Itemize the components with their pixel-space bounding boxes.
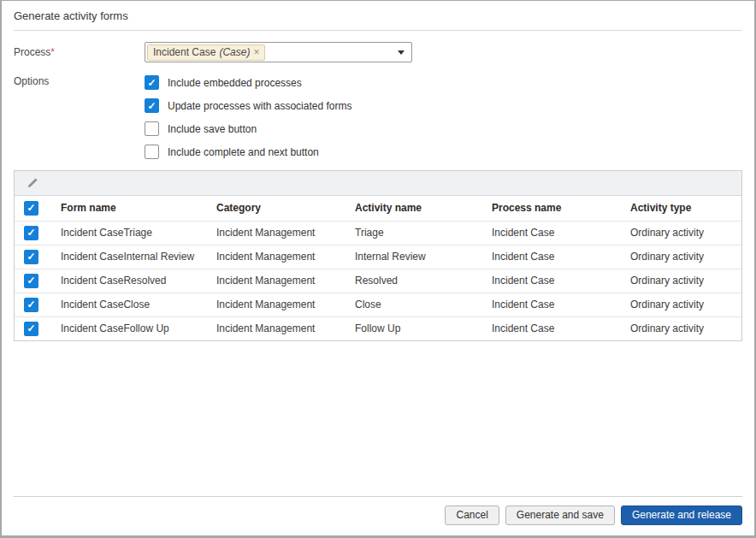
row-checkbox[interactable]: ✓ [24,250,38,264]
tag-name: Incident Case [153,46,216,58]
process-selected-tag: Incident Case (Case) × [147,44,265,61]
option-update-processes: ✓ Update processes with associated forms [145,94,351,117]
footer: Cancel Generate and save Generate and re… [2,496,754,535]
option-label: Include complete and next button [168,146,319,158]
cell-form-name: Incident CaseResolved [54,269,210,293]
form-area: Process* Incident Case (Case) × Options … [2,42,754,163]
table-row: ✓ Incident CaseResolved Incident Managem… [15,269,741,293]
row-checkbox[interactable]: ✓ [24,298,38,312]
footer-buttons: Cancel Generate and save Generate and re… [2,497,754,535]
checkmark-icon: ✓ [147,78,156,88]
process-label: Process* [14,42,145,58]
table-toolbar [15,171,741,196]
row-checkbox[interactable]: ✓ [24,226,38,240]
cell-activity-name: Close [348,293,485,316]
process-combobox[interactable]: Incident Case (Case) × [145,42,412,62]
cell-category: Incident Management [210,245,348,269]
select-all-cell: ✓ [15,196,54,221]
tag-type: (Case) [219,46,250,58]
checkmark-icon: ✓ [27,275,35,286]
cell-category: Incident Management [210,221,348,245]
checkmark-icon: ✓ [27,203,35,213]
table-row: ✓ Incident CaseTriage Incident Managemen… [15,221,741,245]
option-label: Include save button [168,123,257,135]
cell-form-name: Incident CaseFollow Up [54,316,210,340]
edit-pencil-icon[interactable] [26,176,39,190]
column-header-form-name: Form name [54,196,210,221]
generate-activity-forms-dialog: Generate activity forms Process* Inciden… [0,0,756,538]
generate-and-release-button[interactable]: Generate and release [621,505,742,525]
table-row: ✓ Incident CaseClose Incident Management… [15,293,741,316]
remove-tag-icon[interactable]: × [253,47,259,57]
options-checkbox-list: ✓ Include embedded processes ✓ Update pr… [145,71,351,163]
cell-activity-type: Ordinary activity [623,293,741,316]
process-field-row: Process* Incident Case (Case) × [14,42,754,62]
row-checkbox-cell: ✓ [15,269,54,293]
row-checkbox-cell: ✓ [15,316,54,340]
cell-activity-type: Ordinary activity [623,221,741,245]
cancel-button[interactable]: Cancel [445,505,499,525]
checkmark-icon: ✓ [147,101,156,111]
checkbox-update-processes[interactable]: ✓ [145,98,159,113]
cell-activity-type: Ordinary activity [623,245,741,269]
process-label-text: Process [14,46,50,58]
table-header-row: ✓ Form name Category Activity name Proce… [15,196,741,221]
cell-activity-name: Follow Up [348,316,485,340]
option-include-save: ✓ Include save button [145,117,351,140]
cell-process-name: Incident Case [485,221,623,245]
select-all-checkbox[interactable]: ✓ [24,201,38,216]
cell-activity-type: Ordinary activity [623,316,741,340]
option-label: Update processes with associated forms [168,100,351,112]
checkmark-icon: ✓ [27,323,35,334]
checkmark-icon: ✓ [27,228,35,238]
cell-category: Incident Management [210,293,348,316]
cell-activity-type: Ordinary activity [623,269,741,293]
cell-form-name: Incident CaseTriage [54,221,210,245]
row-checkbox-cell: ✓ [15,221,54,245]
cell-category: Incident Management [210,269,348,293]
row-checkbox-cell: ✓ [15,293,54,316]
column-header-category: Category [210,196,348,221]
row-checkbox-cell: ✓ [15,245,54,269]
required-marker: * [50,46,55,58]
column-header-process-name: Process name [485,196,623,221]
generate-and-save-button[interactable]: Generate and save [505,505,615,525]
option-complete-next: ✓ Include complete and next button [145,140,351,163]
page-title: Generate activity forms [2,1,754,30]
cell-activity-name: Resolved [348,269,485,293]
cell-process-name: Incident Case [485,269,623,293]
cell-activity-name: Internal Review [348,245,485,269]
dropdown-caret-icon[interactable] [398,50,405,55]
table-row: ✓ Incident CaseFollow Up Incident Manage… [15,316,741,340]
cell-form-name: Incident CaseInternal Review [54,245,210,269]
cell-process-name: Incident Case [485,293,623,316]
checkmark-icon: ✓ [27,251,35,262]
title-divider [14,30,742,31]
cell-category: Incident Management [210,316,348,340]
row-checkbox[interactable]: ✓ [24,322,38,336]
option-embedded-processes: ✓ Include embedded processes [145,71,351,94]
checkbox-complete-next[interactable]: ✓ [145,145,159,159]
checkmark-icon: ✓ [27,299,35,310]
row-checkbox[interactable]: ✓ [24,274,38,288]
cell-activity-name: Triage [348,221,485,245]
checkbox-include-save[interactable]: ✓ [145,121,159,136]
options-field-row: Options ✓ Include embedded processes ✓ U… [14,71,754,163]
cell-process-name: Incident Case [485,316,623,340]
column-header-activity-name: Activity name [348,196,485,221]
option-label: Include embedded processes [168,77,302,89]
options-label: Options [14,71,145,87]
forms-grid: ✓ Form name Category Activity name Proce… [15,196,741,340]
cell-form-name: Incident CaseClose [54,293,210,316]
column-header-activity-type: Activity type [623,196,741,221]
checkbox-embedded-processes[interactable]: ✓ [145,75,159,90]
forms-table: ✓ Form name Category Activity name Proce… [14,170,742,341]
table-row: ✓ Incident CaseInternal Review Incident … [15,245,741,269]
cell-process-name: Incident Case [485,245,623,269]
